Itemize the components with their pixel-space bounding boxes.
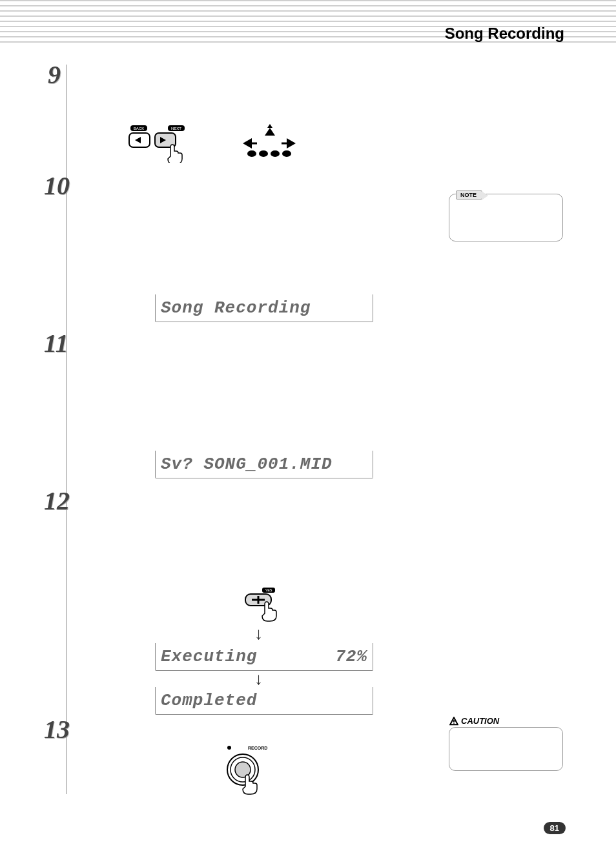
lcd-executing-percent: 72% [335,647,367,666]
arrow-down-icon: ↓ [254,670,263,687]
step-number-9: 9 [48,59,61,90]
svg-point-13 [259,150,268,157]
svg-point-14 [271,150,280,157]
step-number-11: 11 [44,328,68,358]
caution-label: CAUTION [449,716,499,726]
page-title: Song Recording [445,25,564,43]
step-number-12: 12 [44,486,70,516]
warning-triangle-icon [449,717,458,726]
page-number-badge: 81 [544,822,566,834]
svg-point-26 [453,723,454,723]
record-label: RECORD [248,746,267,750]
step-number-13: 13 [44,714,70,744]
svg-marker-6 [243,138,252,149]
svg-marker-9 [265,128,275,136]
lcd-executing: Executing 72% [155,643,373,671]
record-button-icon: RECORD [220,744,278,805]
back-next-buttons-icon: BACK NEXT [127,124,204,165]
lcd-executing-label: Executing [161,647,335,666]
step-number-10: 10 [44,170,70,201]
caution-callout: CAUTION [449,727,563,771]
yes-button-icon: YES [243,588,288,625]
caution-label-text: CAUTION [461,716,499,726]
next-label: NEXT [171,127,181,130]
indicator-arrows-icon [241,124,306,163]
svg-marker-8 [267,124,272,128]
lcd-completed: Completed [155,687,373,715]
back-label: BACK [134,127,144,130]
arrow-down-icon: ↓ [254,625,263,642]
yes-label: YES [265,588,272,592]
svg-point-15 [282,150,291,157]
svg-point-12 [247,150,256,157]
lcd-save-prompt: Sv? SONG_001.MID [155,451,373,478]
note-tab-label: NOTE [456,190,482,200]
svg-point-20 [227,746,231,750]
note-callout: NOTE [449,194,563,241]
lcd-song-recording: Song Recording [155,294,373,322]
svg-marker-10 [287,138,296,149]
